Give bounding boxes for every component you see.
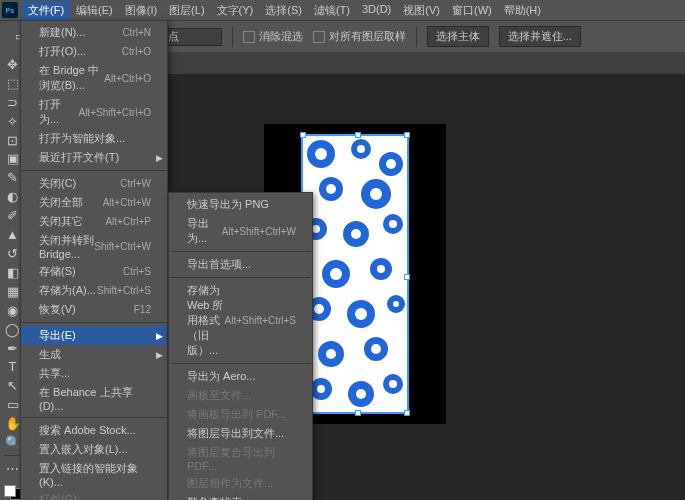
menu-i[interactable]: 图像(I) xyxy=(119,1,163,20)
svg-point-21 xyxy=(357,145,365,153)
svg-point-26 xyxy=(351,229,361,239)
menu-item[interactable]: 共享... xyxy=(21,364,167,383)
menu-item: 画板至文件... xyxy=(169,386,312,405)
menu-item[interactable]: 生成▶ xyxy=(21,345,167,364)
menu-item[interactable]: 关闭全部Alt+Ctrl+W xyxy=(21,193,167,212)
svg-text:Ps: Ps xyxy=(6,7,15,14)
svg-point-29 xyxy=(377,265,385,273)
menu-item[interactable]: 导出首选项... xyxy=(169,255,312,274)
menu-item[interactable]: 关闭并转到 Bridge...Shift+Ctrl+W xyxy=(21,231,167,262)
antialias-check[interactable] xyxy=(243,31,255,43)
menu-item: 将图层复合导出到 PDF... xyxy=(169,443,312,474)
artwork xyxy=(301,134,409,414)
menu-h[interactable]: 帮助(H) xyxy=(498,1,547,20)
svg-point-25 xyxy=(312,225,320,233)
menu-item[interactable]: 存储为(A)...Shift+Ctrl+S xyxy=(21,281,167,300)
svg-point-31 xyxy=(355,308,367,320)
menu-item[interactable]: 在 Bridge 中浏览(B)...Alt+Ctrl+O xyxy=(21,61,167,95)
menu-e[interactable]: 编辑(E) xyxy=(70,1,119,20)
menu-item[interactable]: 恢复(V)F12 xyxy=(21,300,167,319)
svg-point-32 xyxy=(393,301,399,307)
menu-v[interactable]: 视图(V) xyxy=(397,1,446,20)
menu-dd[interactable]: 3D(D) xyxy=(356,1,397,20)
export-submenu: 快速导出为 PNG导出为...Alt+Shift+Ctrl+W导出首选项...存… xyxy=(168,192,313,500)
svg-point-23 xyxy=(326,184,336,194)
file-menu: 新建(N)...Ctrl+N打开(O)...Ctrl+O在 Bridge 中浏览… xyxy=(20,20,168,500)
menu-item[interactable]: 导出(E)▶ xyxy=(21,326,167,345)
svg-point-27 xyxy=(389,220,397,228)
select-mask-button[interactable]: 选择并遮住... xyxy=(499,26,581,47)
svg-point-33 xyxy=(326,349,336,359)
menubar: Ps 文件(F)编辑(E)图像(I)图层(L)文字(Y)选择(S)滤镜(T)3D… xyxy=(0,0,685,20)
menu-item[interactable]: 快速导出为 PNG xyxy=(169,195,312,214)
svg-point-20 xyxy=(315,148,327,160)
menu-item[interactable]: 新建(N)...Ctrl+N xyxy=(21,23,167,42)
menu-item[interactable]: 最近打开文件(T)▶ xyxy=(21,148,167,167)
svg-point-28 xyxy=(330,268,342,280)
menu-item: 图层相作为文件... xyxy=(169,474,312,493)
svg-point-36 xyxy=(356,389,366,399)
menu-item: 打包(G)... xyxy=(21,490,167,500)
menu-item[interactable]: 颜色查找表... xyxy=(169,493,312,500)
app-logo: Ps xyxy=(2,2,18,18)
menu-item[interactable]: 存储(S)Ctrl+S xyxy=(21,262,167,281)
color-swatch[interactable] xyxy=(4,485,22,500)
menu-item[interactable]: 打开(O)...Ctrl+O xyxy=(21,42,167,61)
menu-l[interactable]: 图层(L) xyxy=(163,1,210,20)
svg-point-24 xyxy=(370,188,382,200)
menu-f[interactable]: 文件(F) xyxy=(22,1,70,20)
menu-y[interactable]: 文字(Y) xyxy=(211,1,260,20)
menu-item[interactable]: 将图层导出到文件... xyxy=(169,424,312,443)
svg-point-35 xyxy=(317,385,325,393)
svg-point-22 xyxy=(386,159,396,169)
select-subject-button[interactable]: 选择主体 xyxy=(427,26,489,47)
menu-item[interactable]: 存储为 Web 所用格式（旧版）...Alt+Shift+Ctrl+S xyxy=(169,281,312,360)
menu-item[interactable]: 关闭(C)Ctrl+W xyxy=(21,174,167,193)
menu-item[interactable]: 置入链接的智能对象(K)... xyxy=(21,459,167,490)
menu-item[interactable]: 在 Behance 上共享(D)... xyxy=(21,383,167,414)
menu-item[interactable]: 打开为智能对象... xyxy=(21,129,167,148)
sample-all-check[interactable] xyxy=(313,31,325,43)
svg-rect-1 xyxy=(301,134,409,414)
menu-t[interactable]: 滤镜(T) xyxy=(308,1,356,20)
menu-s[interactable]: 选择(S) xyxy=(259,1,308,20)
menu-item[interactable]: 关闭其它Alt+Ctrl+P xyxy=(21,212,167,231)
menu-item: 将画板导出到 PDF... xyxy=(169,405,312,424)
menu-item[interactable]: 打开为...Alt+Shift+Ctrl+O xyxy=(21,95,167,129)
menu-item[interactable]: 搜索 Adobe Stock... xyxy=(21,421,167,440)
svg-point-30 xyxy=(314,304,324,314)
svg-point-37 xyxy=(389,380,397,388)
menu-w[interactable]: 窗口(W) xyxy=(446,1,498,20)
menu-item[interactable]: 导出为 Aero... xyxy=(169,367,312,386)
menu-item[interactable]: 导出为...Alt+Shift+Ctrl+W xyxy=(169,214,312,248)
svg-point-34 xyxy=(371,344,381,354)
menu-item[interactable]: 置入嵌入对象(L)... xyxy=(21,440,167,459)
